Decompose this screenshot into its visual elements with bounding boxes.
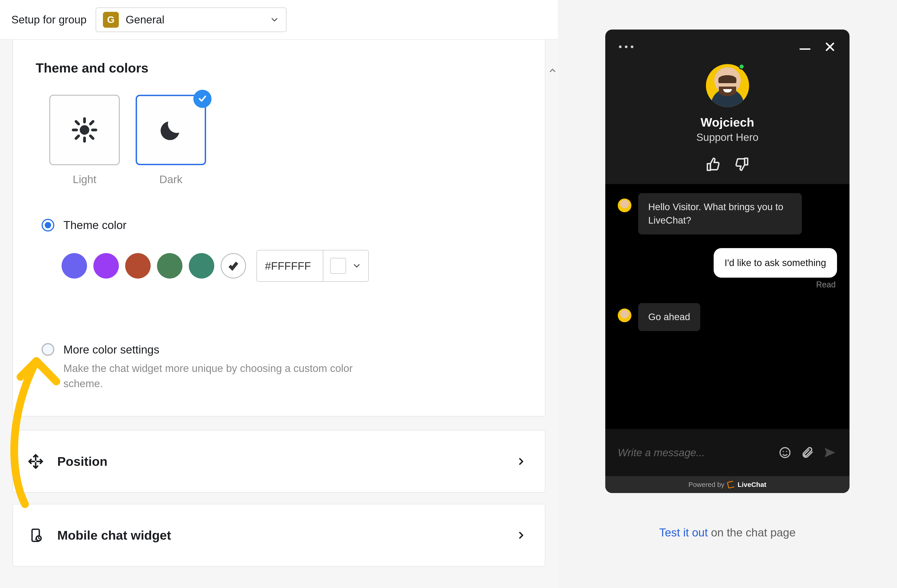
settings-content: Theme and colors <box>0 40 558 588</box>
svg-line-7 <box>76 136 79 139</box>
attachment-icon[interactable] <box>801 446 814 459</box>
footer-prefix: Powered by <box>689 481 724 488</box>
color-picker <box>257 250 369 282</box>
agent-name: Wojciech <box>701 115 754 129</box>
theme-option-dark-label: Dark <box>159 173 182 185</box>
agent-message: Go ahead <box>638 303 700 331</box>
color-picker-dropdown[interactable] <box>323 258 368 274</box>
hex-input[interactable] <box>257 250 323 281</box>
color-swatch-5[interactable] <box>189 253 214 279</box>
theme-panel: Theme and colors <box>12 40 545 416</box>
theme-color-radio[interactable] <box>41 219 54 231</box>
selected-check-icon <box>193 90 211 108</box>
theme-color-label: Theme color <box>63 219 127 232</box>
svg-point-12 <box>780 447 790 458</box>
footer-brand: LiveChat <box>738 481 766 488</box>
move-icon <box>27 453 45 469</box>
color-swatch-3[interactable] <box>125 253 151 279</box>
position-title: Position <box>57 454 503 469</box>
test-cta-rest: on the chat page <box>708 526 796 539</box>
agent-role: Support Hero <box>696 131 759 143</box>
svg-line-8 <box>90 121 93 124</box>
agent-mini-avatar <box>618 199 631 212</box>
emoji-icon[interactable] <box>778 446 791 459</box>
svg-point-0 <box>80 125 89 135</box>
test-cta: Test it out on the chat page <box>659 526 796 539</box>
chevron-down-icon <box>270 15 279 24</box>
livechat-icon <box>727 481 735 489</box>
scroll-up-caret-icon[interactable] <box>548 66 557 75</box>
chevron-right-icon <box>516 456 527 467</box>
theme-option-light-label: Light <box>73 173 96 185</box>
theme-option-light[interactable] <box>49 95 120 165</box>
chat-widget-preview: Wojciech Support Hero Hello Visitor. Wha… <box>605 29 850 493</box>
chevron-down-icon <box>352 261 361 271</box>
more-color-settings-label: More color settings <box>63 343 370 356</box>
svg-point-13 <box>783 451 784 452</box>
agent-message: Hello Visitor. What brings you to LiveCh… <box>638 193 802 234</box>
thumbs-down-icon[interactable] <box>734 157 749 172</box>
color-swatch-4[interactable] <box>157 253 182 279</box>
sun-icon <box>71 116 98 144</box>
setup-for-group-label: Setup for group <box>11 14 87 26</box>
visitor-message: I'd like to ask something <box>714 248 837 278</box>
more-color-settings-radio[interactable] <box>41 343 54 356</box>
close-icon[interactable] <box>824 41 836 53</box>
color-swatch-custom-selected[interactable] <box>220 253 246 279</box>
theme-section-title: Theme and colors <box>36 60 522 75</box>
mobile-icon <box>27 528 45 542</box>
mobile-chat-card[interactable]: Mobile chat widget <box>12 504 545 567</box>
svg-line-6 <box>90 136 93 139</box>
status-online-icon <box>739 64 744 69</box>
widget-footer[interactable]: Powered by LiveChat <box>605 476 850 493</box>
thumbs-up-icon[interactable] <box>706 157 721 172</box>
theme-option-dark[interactable] <box>136 95 206 165</box>
color-swatch-1[interactable] <box>61 253 87 279</box>
svg-line-5 <box>76 121 79 124</box>
header-bar: Setup for group G General <box>0 0 558 40</box>
moon-icon <box>158 118 183 142</box>
message-status: Read <box>816 280 836 289</box>
group-name: General <box>126 14 263 26</box>
chevron-right-icon <box>516 530 527 541</box>
send-icon[interactable] <box>823 446 837 459</box>
svg-point-14 <box>786 451 787 452</box>
group-dropdown[interactable]: G General <box>96 8 286 32</box>
check-icon <box>227 259 240 272</box>
more-icon[interactable] <box>619 46 634 48</box>
color-swatch-2[interactable] <box>93 253 119 279</box>
test-it-out-link[interactable]: Test it out <box>659 526 708 539</box>
chat-input[interactable] <box>618 446 771 459</box>
color-preview-square <box>330 258 346 274</box>
agent-avatar <box>706 64 749 107</box>
minimize-icon[interactable] <box>799 48 810 50</box>
agent-mini-avatar <box>618 309 631 322</box>
position-card[interactable]: Position <box>12 430 545 493</box>
more-color-settings-desc: Make the chat widget more unique by choo… <box>63 361 370 391</box>
mobile-chat-title: Mobile chat widget <box>57 528 503 542</box>
group-badge: G <box>103 12 119 28</box>
